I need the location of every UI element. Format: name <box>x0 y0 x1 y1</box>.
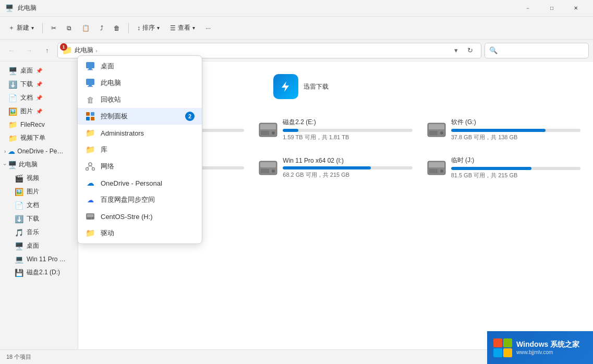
desktop2-icon: 🖥️ <box>15 242 23 250</box>
dropdown-item-baidu[interactable]: ☁ 百度网盘同步空间 <box>78 191 202 208</box>
minimize-button[interactable]: － <box>516 0 540 17</box>
view-button[interactable]: ☰ 查看 ▾ <box>166 21 199 35</box>
sidebar-item-diskd[interactable]: 💾 磁盘2.1 (D:) <box>2 266 76 279</box>
up-button[interactable]: ↑ <box>40 43 54 58</box>
svg-rect-47 <box>87 217 91 220</box>
svg-rect-45 <box>87 214 93 217</box>
new-button[interactable]: ＋ 新建 ▾ <box>4 21 38 35</box>
dl-icon: ⬇️ <box>15 215 23 223</box>
drive-e[interactable]: 磁盘2.2 (E:) 1.59 TB 可用，共 1.81 TB <box>255 114 416 145</box>
sidebar-item-videos[interactable]: 🎬 视频 <box>2 172 76 185</box>
drive-e-bar <box>283 129 412 132</box>
search-input[interactable] <box>500 47 584 54</box>
sidebar-item-dl[interactable]: ⬇️ 下载 <box>2 212 76 225</box>
view-icon: ☰ <box>170 25 176 32</box>
dropdown-item-drivers[interactable]: 📁 驱动 <box>78 225 202 241</box>
drive-j-stats: 81.5 GB 可用，共 215 GB <box>451 172 580 179</box>
music-icon: 🎵 <box>15 228 23 237</box>
dropdown-item-network[interactable]: 网络 <box>78 158 202 175</box>
svg-line-42 <box>87 166 90 168</box>
diskd-icon: 💾 <box>15 269 23 277</box>
close-button[interactable]: ✕ <box>564 0 588 17</box>
svg-line-43 <box>90 166 93 168</box>
drive-j[interactable]: 临时 (J:) 81.5 GB 可用，共 215 GB <box>423 152 585 184</box>
drive-i[interactable]: Win 11 Pro x64 02 (I:) 68.2 GB 可用，共 215 … <box>255 152 416 184</box>
drive-i-name: Win 11 Pro x64 02 (I:) <box>283 157 412 164</box>
paste-button[interactable]: 📋 <box>78 22 94 34</box>
svg-point-11 <box>440 131 443 135</box>
copy-button[interactable]: ⧉ <box>63 22 76 34</box>
sidebar-item-onedrive[interactable]: › ☁ OneDrive - Pers... <box>2 145 76 157</box>
drive-g-fill <box>451 129 546 132</box>
toolbar-separator-2 <box>128 23 129 33</box>
dropdown-item-control[interactable]: 控制面板 2 <box>78 108 202 125</box>
address-bar-content: 📁 1 此电脑 › <box>62 45 449 55</box>
sidebar-item-downloads[interactable]: ⬇️ 下载 📌 <box>2 78 76 91</box>
dropdown-item-thispc[interactable]: 此电脑 <box>78 75 202 91</box>
svg-rect-20 <box>261 169 269 173</box>
address-folder-icon: 📁 1 <box>62 45 72 55</box>
back-button[interactable]: ← <box>4 43 19 58</box>
dropdown-onedrive-icon: ☁ <box>85 178 95 188</box>
search-box[interactable]: 🔍 <box>485 43 589 58</box>
dropdown-item-library[interactable]: 📁 库 <box>78 141 202 158</box>
delete-button[interactable]: 🗑 <box>110 22 124 34</box>
dropdown-item-desktop[interactable]: 桌面 <box>78 58 202 75</box>
maximize-button[interactable]: □ <box>540 0 564 17</box>
svg-rect-31 <box>88 69 93 70</box>
dropdown-admin-icon: 📁 <box>85 128 95 138</box>
drive-e-stats: 1.59 TB 可用，共 1.81 TB <box>283 134 412 141</box>
forward-button[interactable]: → <box>22 43 37 58</box>
dropdown-thispc-icon <box>85 78 95 88</box>
drive-g[interactable]: 软件 (G:) 37.8 GB 可用，共 138 GB <box>423 114 585 145</box>
drive-j-bar <box>451 167 580 170</box>
videos-icon: 🎬 <box>15 174 23 183</box>
hdd-j-icon <box>427 159 446 177</box>
sidebar-item-filerecv[interactable]: 📁 FileRecv <box>2 118 76 131</box>
sidebar-item-pics[interactable]: 🖼️ 图片 <box>2 185 76 198</box>
sort-button[interactable]: ↕ 排序 ▾ <box>133 21 164 35</box>
dropdown-drivers-icon: 📁 <box>85 228 95 238</box>
drive-i-fill <box>283 166 371 169</box>
control-badge: 2 <box>185 112 195 121</box>
svg-rect-33 <box>89 85 92 86</box>
dropdown-item-admin[interactable]: 📁 Administrators <box>78 125 202 141</box>
dropdown-item-recycle[interactable]: 🗑 回收站 <box>78 91 202 108</box>
dropdown-item-centos[interactable]: CentOS-Stre (H:) <box>78 208 202 225</box>
dropdown-library-icon: 📁 <box>85 144 95 155</box>
cut-button[interactable]: ✂ <box>47 22 60 34</box>
dropdown-desktop-icon <box>85 61 95 71</box>
copy-icon: ⧉ <box>67 25 71 32</box>
sidebar-item-music[interactable]: 🎵 音乐 <box>2 226 76 239</box>
more-button[interactable]: ··· <box>201 22 215 34</box>
dropdown-item-onedrive[interactable]: ☁ OneDrive - Personal <box>78 175 202 191</box>
thunder-label: 迅雷下载 <box>304 82 329 91</box>
watermark: Windows 系统之家 www.bjjmlv.com <box>487 331 593 364</box>
svg-rect-32 <box>86 79 94 85</box>
title-bar: 🖥️ 此电脑 － □ ✕ <box>0 0 593 17</box>
share-button[interactable]: ⤴ <box>96 22 107 34</box>
win11-icon: 💻 <box>15 255 23 263</box>
refresh-button[interactable]: ↻ <box>463 44 477 57</box>
sidebar-item-documents[interactable]: 📄 文档 📌 <box>2 91 76 104</box>
docs-icon: 📄 <box>15 201 23 210</box>
address-dropdown-button[interactable]: ▾ <box>451 45 461 56</box>
sidebar-item-docs[interactable]: 📄 文档 <box>2 199 76 212</box>
pin-icon-4: 📌 <box>36 108 42 114</box>
sidebar-item-videoorder[interactable]: 📁 视频下单 <box>2 131 76 144</box>
drive-i-bar <box>283 166 412 169</box>
sidebar-item-desktop[interactable]: 🖥️ 桌面 📌 <box>2 64 76 77</box>
toolbar-separator <box>42 23 43 33</box>
dropdown-menu: 桌面 此电脑 🗑 回收站 控制面板 2 📁 A <box>77 55 202 244</box>
dropdown-centos-icon <box>85 211 95 222</box>
sidebar-item-win11[interactable]: 💻 Win 11 Pro x6... <box>2 253 76 265</box>
svg-point-39 <box>89 163 92 166</box>
app-tile-thunder[interactable]: 迅雷下载 <box>269 70 333 103</box>
svg-rect-8 <box>261 131 269 135</box>
sidebar-item-pictures[interactable]: 🖼️ 图片 📌 <box>2 105 76 118</box>
svg-rect-22 <box>429 162 444 167</box>
desktop-icon: 🖥️ <box>8 67 17 75</box>
win-pane-yellow <box>503 348 512 357</box>
sidebar-item-dt2[interactable]: 🖥️ 桌面 <box>2 239 76 252</box>
sidebar-group-thispc[interactable]: › 🖥️ 此电脑 <box>2 158 76 171</box>
